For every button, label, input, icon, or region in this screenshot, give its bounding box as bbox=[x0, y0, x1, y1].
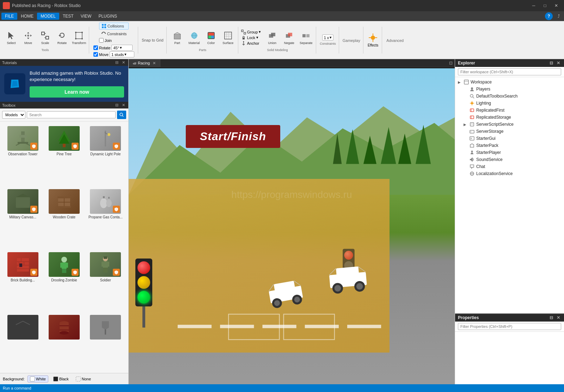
tree-item-players[interactable]: Players bbox=[455, 86, 564, 93]
toolbox-item-propane[interactable]: Propane Gas Conta... bbox=[86, 187, 125, 249]
join-checkbox[interactable] bbox=[99, 38, 104, 43]
tree-item-lighting[interactable]: Lighting bbox=[455, 100, 564, 107]
material-button[interactable]: Material bbox=[186, 29, 202, 47]
tab-racing[interactable]: 🏎 Racing ✕ bbox=[129, 59, 160, 67]
toolbox-item-brick[interactable]: Brick Building... bbox=[3, 250, 43, 312]
tree-item-chat[interactable]: Chat bbox=[455, 163, 564, 170]
localizationservice-label: LocalizationService bbox=[476, 171, 513, 176]
move-checkbox[interactable] bbox=[93, 52, 98, 57]
toolbox-item-military[interactable]: Military Canvas... bbox=[3, 187, 43, 249]
learn-now-button[interactable]: Learn now bbox=[30, 86, 124, 98]
menu-home[interactable]: HOME bbox=[17, 13, 37, 20]
tree-item-defaulttoolboxsearch[interactable]: DefaultToolboxSearch bbox=[455, 93, 564, 100]
svg-rect-117 bbox=[336, 266, 359, 278]
viewport-maximize-button[interactable]: ⊡ bbox=[447, 59, 455, 67]
bg-white-option[interactable]: White bbox=[27, 375, 48, 382]
left-panel: Tutorials ⊟ ✕ Build amazing games with R… bbox=[0, 59, 129, 384]
roblox-logo-icon bbox=[8, 77, 22, 91]
tree-item-replicatedfirst[interactable]: ReplicatedFirst bbox=[455, 107, 564, 114]
surface-button[interactable]: Surface bbox=[220, 29, 236, 47]
toolbox-item-barrel[interactable] bbox=[44, 313, 84, 370]
close-racing-tab-button[interactable]: ✕ bbox=[153, 61, 156, 66]
effects-section: Effects bbox=[364, 27, 382, 54]
properties-filter-input[interactable] bbox=[458, 323, 561, 330]
explorer-dock-button[interactable]: ⊟ bbox=[548, 61, 554, 66]
toolbox-item-tree[interactable]: Pine Tree bbox=[44, 124, 84, 186]
tree-item-localizationservice[interactable]: LocalizationService bbox=[455, 170, 564, 177]
negate-button[interactable]: Negate bbox=[281, 29, 297, 47]
tree-item-starterpack[interactable]: StarterPack bbox=[455, 142, 564, 149]
color-label: Color bbox=[207, 41, 215, 45]
svg-rect-20 bbox=[208, 33, 214, 36]
menu-test[interactable]: TEST bbox=[59, 13, 77, 20]
toolbox-item-dark1[interactable] bbox=[3, 313, 43, 370]
svg-rect-146 bbox=[470, 130, 474, 133]
menu-file[interactable]: FILE bbox=[1, 13, 17, 20]
toolbox-item-soldier[interactable]: Soldier bbox=[86, 250, 125, 312]
properties-close-button[interactable]: ✕ bbox=[556, 315, 561, 320]
toolbox-item-crate[interactable]: Wooden Crate bbox=[44, 187, 84, 249]
toolbox-label-brick: Brick Building... bbox=[11, 278, 35, 282]
transform-tool-button[interactable]: Transform bbox=[71, 29, 87, 47]
minimize-button[interactable]: ─ bbox=[529, 2, 539, 10]
scale-tool-button[interactable]: Scale bbox=[37, 29, 53, 47]
rotate-dropdown[interactable]: 45° ▾ bbox=[111, 45, 133, 51]
close-window-button[interactable]: ✕ bbox=[551, 2, 561, 10]
tutorials-dock-button[interactable]: ⊟ bbox=[114, 60, 119, 65]
negate-label: Negate bbox=[284, 41, 294, 45]
svg-point-1 bbox=[27, 35, 29, 37]
tree-item-serverscriptservice[interactable]: ▶ ServerScriptService bbox=[455, 121, 564, 128]
svg-rect-35 bbox=[288, 33, 292, 36]
toolbox-item-sign[interactable] bbox=[86, 313, 125, 370]
menu-plugins[interactable]: PLUGINS bbox=[95, 13, 121, 20]
rotate-tool-button[interactable]: Rotate bbox=[54, 29, 70, 47]
tab-racing-label: Racing bbox=[138, 61, 150, 65]
maximize-button[interactable]: □ bbox=[540, 2, 550, 10]
share-button[interactable]: ⤴ bbox=[555, 12, 563, 20]
toolbox-item-tower[interactable]: Observation Tower bbox=[3, 124, 43, 186]
move-tool-button[interactable]: Move bbox=[20, 29, 36, 47]
menu-view[interactable]: VIEW bbox=[77, 13, 95, 20]
effects-button[interactable]: Effects bbox=[368, 33, 378, 47]
svg-point-147 bbox=[471, 131, 471, 132]
svg-rect-63 bbox=[57, 197, 71, 198]
constraints-value-input[interactable]: 1 x ▾ bbox=[322, 35, 334, 41]
help-button[interactable]: ? bbox=[545, 12, 553, 20]
tree-item-startergui[interactable]: StarterGui bbox=[455, 135, 564, 142]
union-button[interactable]: Union bbox=[264, 29, 280, 47]
toolbox-dock-button[interactable]: ⊟ bbox=[114, 103, 119, 107]
svg-rect-84 bbox=[103, 261, 108, 268]
bg-none-option[interactable]: None bbox=[74, 376, 93, 382]
tutorials-close-button[interactable]: ✕ bbox=[121, 60, 126, 65]
toolbox-category-dropdown[interactable]: Models bbox=[2, 111, 25, 119]
tree-item-replicatedstorage[interactable]: ReplicatedStorage bbox=[455, 114, 564, 121]
toolbox-search-input[interactable] bbox=[27, 111, 116, 118]
explorer-filter-input[interactable] bbox=[458, 68, 561, 75]
menu-model[interactable]: MODEL bbox=[37, 13, 59, 20]
select-tool-button[interactable]: Select bbox=[4, 29, 19, 47]
svg-line-91 bbox=[16, 321, 23, 325]
toolbox-item-pole[interactable]: Dynamic Light Pole bbox=[86, 124, 125, 186]
tree-item-workspace[interactable]: ▶ Workspace bbox=[455, 79, 564, 86]
svg-rect-143 bbox=[470, 116, 474, 119]
toolbox-search-button[interactable] bbox=[117, 111, 126, 119]
toolbox-item-zombie[interactable]: Drooling Zombie bbox=[44, 250, 84, 312]
move-dropdown[interactable]: 1 studs ▾ bbox=[110, 51, 134, 57]
bg-black-option[interactable]: Black bbox=[51, 376, 71, 382]
properties-dock-button[interactable]: ⊟ bbox=[548, 315, 554, 320]
collisions-button[interactable]: Collisions bbox=[99, 23, 129, 30]
explorer-close-button[interactable]: ✕ bbox=[556, 61, 561, 66]
separate-button[interactable]: Separate bbox=[298, 29, 314, 47]
constraints-button[interactable]: Constraints bbox=[99, 31, 129, 37]
tree-item-soundservice[interactable]: SoundService bbox=[455, 156, 564, 163]
shield-badge-tower bbox=[30, 143, 37, 150]
toolbox-close-button[interactable]: ✕ bbox=[121, 103, 126, 107]
white-swatch bbox=[30, 377, 35, 381]
part-button[interactable]: Part bbox=[170, 29, 185, 47]
tree-item-serverstorage[interactable]: ServerStorage bbox=[455, 128, 564, 135]
toolbox-thumb-tower bbox=[7, 126, 38, 151]
tree-item-starterplayer[interactable]: StarterPlayer bbox=[455, 149, 564, 156]
rotate-checkbox[interactable] bbox=[93, 45, 98, 50]
toolbox-thumb-pole bbox=[90, 126, 121, 151]
color-button[interactable]: Color bbox=[203, 29, 219, 47]
